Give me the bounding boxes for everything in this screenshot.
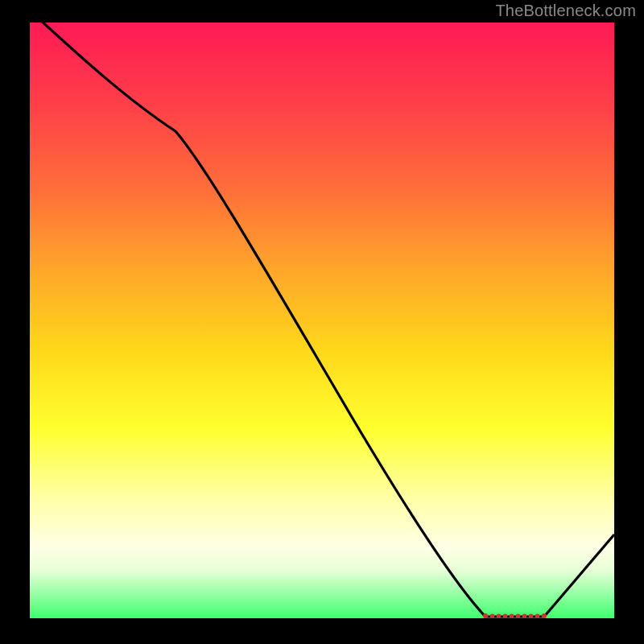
dot-start xyxy=(483,613,488,618)
plot-area xyxy=(30,23,614,618)
source-watermark: TheBottleneck.com xyxy=(495,2,636,20)
dot-end xyxy=(542,613,547,618)
curve-path xyxy=(30,23,614,617)
line-series xyxy=(30,23,614,618)
chart-frame: TheBottleneck.com xyxy=(0,0,644,644)
